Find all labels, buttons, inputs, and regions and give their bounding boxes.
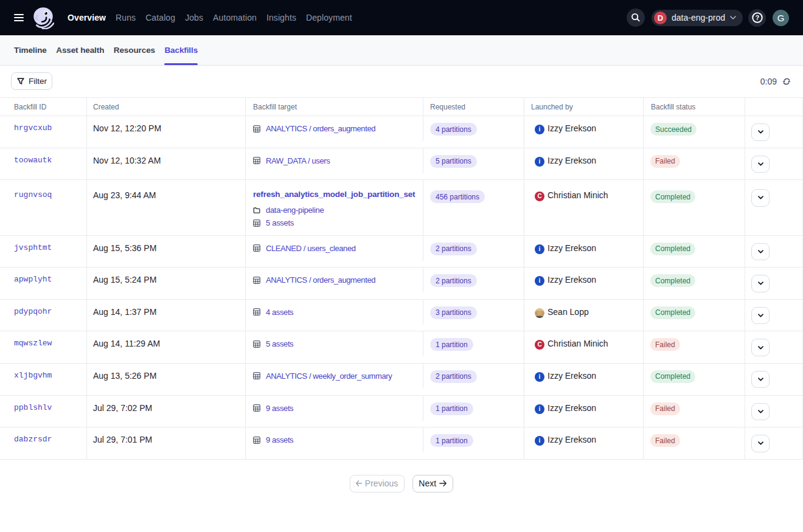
- svg-text:?: ?: [755, 14, 759, 21]
